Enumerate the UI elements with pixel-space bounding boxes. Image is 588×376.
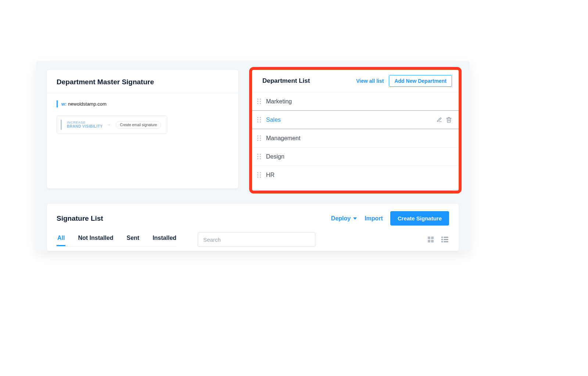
search-input[interactable] — [198, 232, 315, 247]
svg-rect-0 — [428, 237, 430, 239]
drag-handle-icon[interactable] — [257, 99, 262, 104]
signature-banner-line2: BRAND VISIBILITY — [67, 124, 103, 128]
department-list-header: Department List View all list Add New De… — [252, 70, 459, 92]
list-view-icon[interactable] — [441, 236, 449, 243]
signature-banner: INCREASE BRAND VISIBILITY → Create email… — [57, 116, 167, 134]
department-list-highlight-wrap: Department List View all list Add New De… — [252, 70, 459, 191]
edit-icon[interactable] — [437, 117, 442, 123]
svg-rect-2 — [428, 240, 430, 242]
department-name: HR — [266, 172, 452, 178]
view-all-list-link[interactable]: View all list — [356, 78, 384, 84]
master-signature-header: Department Master Signature — [47, 70, 238, 93]
department-list-card: Department List View all list Add New De… — [252, 70, 459, 191]
signature-website-prefix: w: — [61, 101, 67, 107]
tab-not-installed[interactable]: Not Installed — [77, 233, 114, 246]
grid-view-icon[interactable] — [427, 236, 434, 243]
import-button[interactable]: Import — [365, 215, 383, 222]
master-signature-card: Department Master Signature w: newoldsta… — [47, 70, 238, 188]
signature-website-line: w: newoldstamp.com — [57, 100, 229, 107]
drag-handle-icon[interactable] — [257, 135, 262, 141]
drag-handle-icon[interactable] — [257, 172, 262, 178]
department-name: Design — [266, 153, 452, 160]
svg-point-6 — [441, 239, 443, 240]
department-row[interactable]: Sales — [252, 111, 459, 129]
department-row[interactable]: Design — [252, 148, 459, 166]
drag-handle-icon[interactable] — [257, 117, 262, 123]
caret-down-icon — [353, 217, 357, 220]
search-box — [198, 232, 315, 247]
department-list-title: Department List — [262, 77, 351, 85]
tab-sent[interactable]: Sent — [126, 233, 140, 246]
svg-rect-1 — [431, 237, 434, 239]
svg-point-4 — [441, 237, 443, 238]
department-name: Management — [266, 135, 452, 142]
signature-preview: w: newoldstamp.com INCREASE BRAND VISIBI… — [47, 93, 238, 141]
signature-list-title: Signature List — [57, 214, 324, 223]
department-row[interactable]: Marketing — [252, 92, 459, 111]
signature-banner-text: INCREASE BRAND VISIBILITY — [67, 121, 103, 129]
department-name: Sales — [266, 117, 431, 123]
signature-list-header: Signature List Deploy Import Create Sign… — [47, 204, 459, 229]
arrow-right-icon: → — [106, 122, 111, 127]
deploy-dropdown[interactable]: Deploy — [331, 215, 357, 222]
master-signature-title: Department Master Signature — [57, 78, 229, 86]
tab-all[interactable]: All — [57, 233, 65, 246]
app-canvas: Department Master Signature w: newoldsta… — [36, 61, 470, 252]
tab-installed[interactable]: Installed — [152, 233, 177, 246]
deploy-label: Deploy — [331, 215, 351, 222]
top-row: Department Master Signature w: newoldsta… — [47, 70, 459, 191]
department-name: Marketing — [266, 98, 452, 105]
signature-banner-line1: INCREASE — [67, 121, 103, 125]
svg-rect-9 — [444, 241, 448, 242]
signature-banner-cta[interactable]: Create email signature — [116, 121, 161, 129]
signature-website-value: newoldstamp.com — [68, 101, 107, 107]
add-new-department-button[interactable]: Add New Department — [389, 75, 452, 87]
create-signature-button[interactable]: Create Signature — [390, 211, 449, 226]
svg-rect-3 — [431, 240, 434, 242]
signature-list-toolbar: All Not Installed Sent Installed — [47, 229, 459, 247]
svg-point-8 — [441, 241, 443, 242]
svg-rect-5 — [444, 237, 448, 238]
view-toggle-group — [427, 236, 449, 243]
signature-filter-tabs: All Not Installed Sent Installed — [57, 233, 177, 246]
department-row[interactable]: HR — [252, 166, 459, 184]
signature-list-card: Signature List Deploy Import Create Sign… — [47, 204, 459, 251]
svg-rect-7 — [444, 239, 448, 240]
drag-handle-icon[interactable] — [257, 154, 262, 160]
trash-icon[interactable] — [446, 117, 452, 123]
department-row[interactable]: Management — [252, 129, 459, 148]
signature-banner-accent — [61, 120, 62, 130]
